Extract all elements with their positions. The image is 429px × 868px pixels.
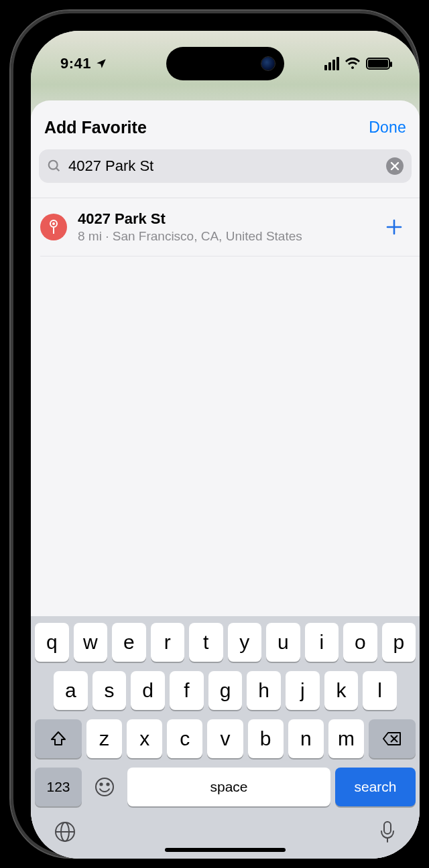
key-t[interactable]: t <box>189 623 223 662</box>
svg-point-12 <box>100 783 102 785</box>
x-icon <box>390 161 400 171</box>
plus-icon <box>385 218 404 236</box>
status-bar: 9:41 <box>31 47 420 80</box>
shift-icon <box>50 730 67 747</box>
svg-point-0 <box>49 161 58 169</box>
space-key[interactable]: space <box>127 768 330 806</box>
key-h[interactable]: h <box>247 671 281 710</box>
key-e[interactable]: e <box>112 623 146 662</box>
result-subtitle: 8 mi · San Francisco, CA, United States <box>78 229 371 244</box>
backspace-icon <box>382 731 402 746</box>
key-g[interactable]: g <box>208 671 243 710</box>
key-m[interactable]: m <box>328 719 364 758</box>
key-u[interactable]: u <box>266 623 300 662</box>
globe-icon[interactable] <box>54 820 76 843</box>
add-favorite-sheet: Add Favorite Done 4027 Park St 4 <box>31 100 420 859</box>
numbers-key[interactable]: 123 <box>35 768 82 806</box>
svg-point-11 <box>96 778 113 796</box>
pin-icon <box>40 214 67 240</box>
clear-search-button[interactable] <box>386 157 404 175</box>
key-n[interactable]: n <box>288 719 324 758</box>
status-time: 9:41 <box>60 55 91 72</box>
key-z[interactable]: z <box>86 719 122 758</box>
divider <box>40 256 420 257</box>
phone-frame: 9:41 Add Favorite Done 4027 Park St <box>9 9 420 859</box>
wifi-icon <box>345 58 361 70</box>
screen: 9:41 Add Favorite Done 4027 Park St <box>31 31 420 859</box>
location-arrow-icon <box>95 58 107 70</box>
key-f[interactable]: f <box>170 671 204 710</box>
key-y[interactable]: y <box>228 623 262 662</box>
key-k[interactable]: k <box>324 671 359 710</box>
result-title: 4027 Park St <box>78 210 371 228</box>
svg-point-5 <box>52 222 55 225</box>
keyboard: qwertyuiop asdfghjkl zxcvbnm 123 <box>31 616 420 859</box>
search-value: 4027 Park St <box>68 157 379 175</box>
key-b[interactable]: b <box>248 719 284 758</box>
search-icon <box>47 159 62 173</box>
key-i[interactable]: i <box>305 623 339 662</box>
key-o[interactable]: o <box>343 623 377 662</box>
emoji-key[interactable] <box>86 768 123 806</box>
battery-icon <box>366 58 390 70</box>
key-x[interactable]: x <box>127 719 162 758</box>
search-key[interactable]: search <box>335 768 416 806</box>
delete-key[interactable] <box>369 719 416 758</box>
svg-point-13 <box>107 783 109 785</box>
key-l[interactable]: l <box>363 671 397 710</box>
key-d[interactable]: d <box>131 671 165 710</box>
shift-key[interactable] <box>35 719 82 758</box>
key-a[interactable]: a <box>54 671 88 710</box>
key-j[interactable]: j <box>286 671 320 710</box>
key-r[interactable]: r <box>151 623 185 662</box>
add-favorite-button[interactable] <box>382 215 406 239</box>
mic-icon[interactable] <box>378 820 397 844</box>
key-p[interactable]: p <box>382 623 416 662</box>
emoji-icon <box>94 776 115 798</box>
svg-rect-17 <box>384 822 391 834</box>
svg-line-1 <box>56 168 60 171</box>
key-c[interactable]: c <box>167 719 202 758</box>
done-button[interactable]: Done <box>369 119 406 137</box>
home-indicator[interactable] <box>165 848 286 852</box>
search-result-row[interactable]: 4027 Park St 8 mi · San Francisco, CA, U… <box>31 198 420 256</box>
key-s[interactable]: s <box>93 671 127 710</box>
key-q[interactable]: q <box>35 623 69 662</box>
cellular-signal-icon <box>324 57 339 70</box>
search-input[interactable]: 4027 Park St <box>39 149 412 183</box>
key-v[interactable]: v <box>207 719 243 758</box>
key-w[interactable]: w <box>74 623 108 662</box>
sheet-title: Add Favorite <box>44 118 147 137</box>
